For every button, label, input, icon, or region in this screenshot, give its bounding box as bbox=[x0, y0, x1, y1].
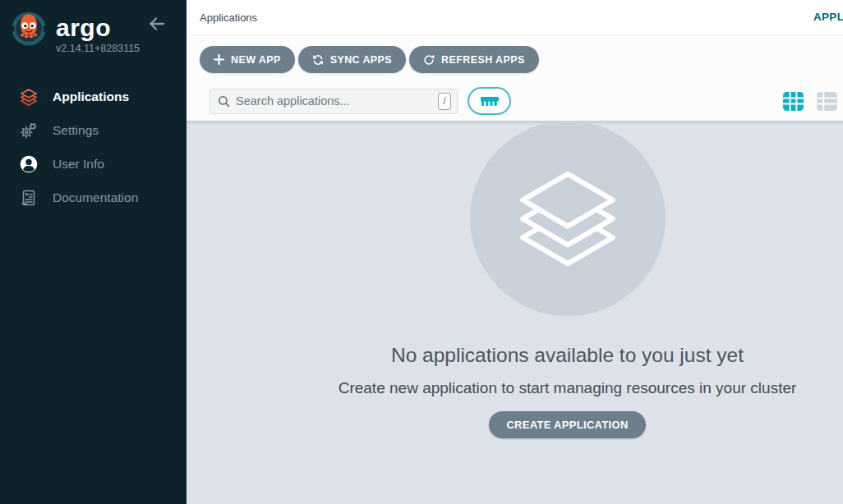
sync-icon bbox=[312, 54, 324, 66]
sidebar-item-label: Applications bbox=[53, 89, 129, 104]
main-area: Applications APPLICATIONS NEW APP bbox=[187, 0, 843, 504]
argo-octopus-logo bbox=[10, 10, 48, 48]
argo-cd-app: argo v2.14.11+8283115 bbox=[0, 0, 843, 504]
sidebar-item-label: Settings bbox=[53, 123, 99, 138]
sidebar-item-user-info[interactable]: User Info bbox=[0, 147, 187, 181]
sync-apps-label: SYNC APPS bbox=[330, 54, 392, 66]
toolbar: NEW APP SYNC APPS REFR bbox=[187, 34, 843, 121]
applications-content: No applications available to you just ye… bbox=[187, 121, 843, 504]
brand-block: argo v2.14.11+8283115 bbox=[56, 14, 140, 54]
topbar: Applications APPLICATIONS bbox=[187, 0, 843, 34]
list-view-icon[interactable] bbox=[816, 90, 838, 112]
version-label: v2.14.11+8283115 bbox=[56, 43, 140, 54]
search-icon bbox=[218, 95, 230, 108]
create-application-button[interactable]: CREATE APPLICATION bbox=[489, 411, 645, 438]
brand-wordmark: argo bbox=[56, 14, 140, 41]
layers-icon bbox=[18, 86, 39, 107]
new-app-label: NEW APP bbox=[231, 54, 281, 66]
grid-view-icon[interactable] bbox=[782, 90, 804, 112]
user-icon bbox=[18, 153, 39, 174]
sidebar-item-applications[interactable]: Applications bbox=[0, 80, 187, 113]
sidebar-item-settings[interactable]: Settings bbox=[0, 113, 187, 147]
sidebar-item-documentation[interactable]: Documentation bbox=[0, 181, 187, 214]
sidebar-item-label: Documentation bbox=[53, 190, 138, 205]
sidebar-nav: Applications Settings bbox=[0, 80, 187, 214]
gear-icon bbox=[18, 120, 39, 140]
plus-icon bbox=[214, 54, 224, 65]
empty-state: No applications available to you just ye… bbox=[339, 121, 797, 504]
new-app-button[interactable]: NEW APP bbox=[200, 46, 295, 73]
sidebar-item-label: User Info bbox=[53, 157, 104, 172]
favorites-toggle[interactable] bbox=[468, 87, 511, 115]
comb-toggle-icon bbox=[480, 96, 500, 107]
empty-state-subtitle: Create new application to start managing… bbox=[339, 379, 797, 397]
empty-state-title: No applications available to you just ye… bbox=[391, 344, 744, 367]
refresh-icon bbox=[423, 54, 435, 66]
search-box: / bbox=[210, 89, 458, 114]
tab-applications[interactable]: APPLICATIONS bbox=[813, 11, 843, 23]
refresh-apps-button[interactable]: REFRESH APPS bbox=[409, 46, 539, 73]
search-shortcut-badge: / bbox=[438, 93, 451, 110]
refresh-apps-label: REFRESH APPS bbox=[441, 54, 525, 66]
logo-row: argo v2.14.11+8283115 bbox=[0, 0, 187, 54]
book-icon bbox=[18, 187, 39, 208]
toolbar-buttons: NEW APP SYNC APPS REFR bbox=[200, 46, 843, 73]
sidebar-collapse-button[interactable] bbox=[147, 14, 167, 34]
sync-apps-button[interactable]: SYNC APPS bbox=[298, 46, 406, 73]
breadcrumb: Applications bbox=[200, 11, 257, 24]
layers-icon bbox=[505, 167, 630, 270]
search-input[interactable] bbox=[236, 94, 438, 108]
filter-row: / bbox=[200, 87, 843, 115]
empty-state-circle bbox=[470, 121, 666, 316]
sidebar: argo v2.14.11+8283115 bbox=[0, 0, 187, 504]
view-switcher bbox=[782, 90, 838, 112]
left-arrow-icon bbox=[147, 14, 167, 34]
